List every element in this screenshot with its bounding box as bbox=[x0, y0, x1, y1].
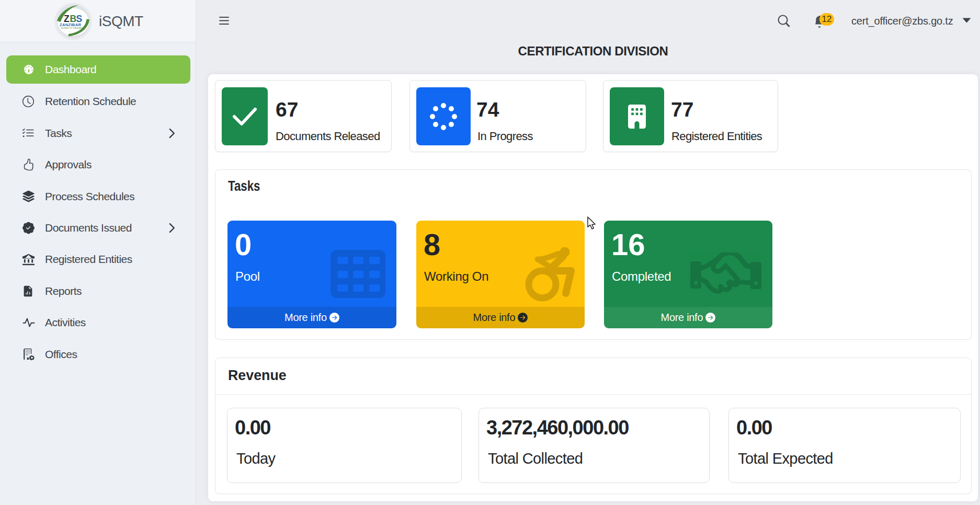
svg-text:ZANZIBAR: ZANZIBAR bbox=[60, 22, 81, 27]
svg-text:BUREAU OF STANDARDS: BUREAU OF STANDARDS bbox=[61, 27, 84, 29]
